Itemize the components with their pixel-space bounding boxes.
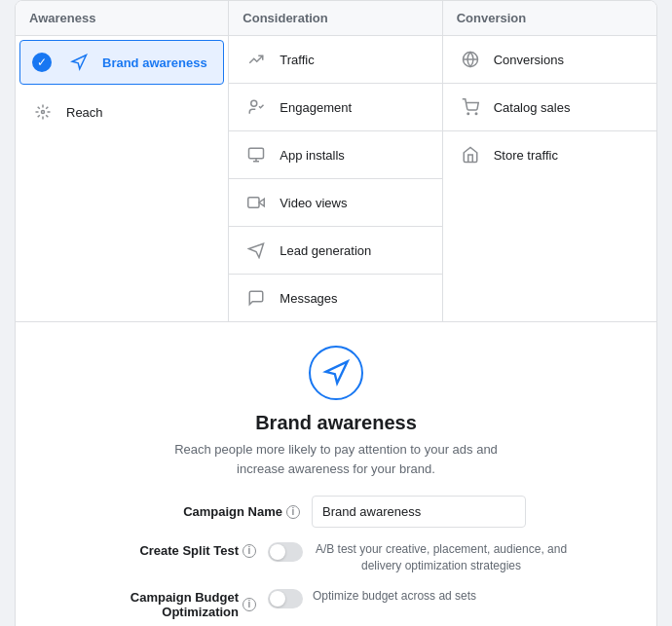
svg-point-8: [467, 113, 469, 115]
lead-generation-item[interactable]: Lead generation: [229, 227, 441, 275]
app-installs-item[interactable]: App installs: [229, 131, 441, 179]
conversions-item[interactable]: Conversions: [443, 36, 656, 84]
campaign-name-info-icon[interactable]: i: [286, 505, 300, 519]
selected-check-icon: ✓: [32, 53, 52, 72]
svg-marker-5: [249, 243, 264, 257]
brand-awareness-label: Brand awareness: [102, 55, 207, 70]
consideration-header: Consideration: [229, 1, 441, 36]
detail-title: Brand awareness: [35, 412, 637, 434]
conversions-icon: [457, 46, 484, 73]
brand-awareness-item[interactable]: ✓ Brand awareness: [19, 40, 224, 85]
budget-opt-toggle[interactable]: [268, 589, 303, 608]
traffic-label: Traffic: [280, 53, 314, 67]
split-test-desc: A/B test your creative, placement, audie…: [313, 541, 570, 574]
store-traffic-item[interactable]: Store traffic: [443, 131, 656, 178]
split-test-row: Create Split Test i A/B test your creati…: [35, 541, 637, 574]
engagement-label: Engagement: [280, 100, 352, 115]
video-views-item[interactable]: Video views: [229, 179, 441, 227]
catalog-icon: [457, 93, 484, 121]
catalog-sales-item[interactable]: Catalog sales: [443, 84, 656, 131]
budget-opt-label: Campaign Budget Optimization i: [102, 588, 268, 619]
messages-item[interactable]: Messages: [229, 275, 441, 321]
video-views-icon: [243, 189, 270, 216]
detail-icon-circle: [309, 346, 363, 400]
budget-opt-row: Campaign Budget Optimization i Optimize …: [35, 588, 637, 619]
budget-opt-toggle-right: Optimize budget across ad sets: [268, 588, 570, 608]
split-test-toggle-right: A/B test your creative, placement, audie…: [268, 541, 570, 574]
campaign-objective-card: Awareness ✓ Brand awareness: [15, 0, 657, 626]
svg-rect-4: [248, 198, 259, 208]
svg-point-0: [42, 111, 45, 114]
consideration-column: Consideration Traffic: [229, 1, 442, 321]
app-installs-icon: [243, 141, 270, 168]
catalog-sales-label: Catalog sales: [494, 100, 571, 115]
campaign-name-input[interactable]: [312, 496, 526, 528]
campaign-name-label: Campaign Name i: [146, 504, 312, 519]
objective-grid: Awareness ✓ Brand awareness: [16, 1, 656, 322]
store-traffic-label: Store traffic: [494, 148, 558, 163]
detail-section: Brand awareness Reach people more likely…: [16, 322, 656, 626]
split-test-toggle[interactable]: [268, 542, 303, 562]
video-views-label: Video views: [280, 196, 347, 210]
svg-marker-3: [259, 199, 264, 206]
conversion-header: Conversion: [443, 1, 656, 36]
lead-generation-label: Lead generation: [280, 243, 371, 258]
app-installs-label: App installs: [280, 148, 344, 163]
reach-item[interactable]: Reach: [16, 89, 228, 135]
traffic-item[interactable]: Traffic: [229, 36, 441, 84]
svg-rect-2: [249, 148, 264, 159]
reach-label: Reach: [66, 105, 103, 120]
awareness-header: Awareness: [16, 1, 228, 36]
reach-icon: [29, 98, 56, 126]
engagement-item[interactable]: Engagement: [229, 84, 441, 131]
campaign-name-row: Campaign Name i: [35, 496, 637, 528]
conversion-column: Conversion Conversions: [443, 1, 656, 321]
svg-point-9: [475, 113, 477, 115]
detail-description: Reach people more likely to pay attentio…: [151, 440, 521, 478]
messages-label: Messages: [280, 291, 337, 306]
brand-awareness-icon: [65, 49, 93, 76]
conversions-label: Conversions: [494, 53, 564, 67]
awareness-column: Awareness ✓ Brand awareness: [16, 1, 229, 321]
store-icon: [457, 141, 484, 168]
traffic-icon: [243, 46, 270, 73]
budget-opt-info-icon[interactable]: i: [243, 598, 256, 611]
messages-icon: [243, 284, 270, 312]
lead-gen-icon: [243, 237, 270, 264]
split-test-label: Create Split Test i: [102, 541, 268, 558]
budget-opt-desc: Optimize budget across ad sets: [313, 588, 476, 605]
split-test-info-icon[interactable]: i: [243, 544, 256, 558]
engagement-icon: [243, 93, 270, 121]
svg-point-1: [251, 100, 257, 106]
